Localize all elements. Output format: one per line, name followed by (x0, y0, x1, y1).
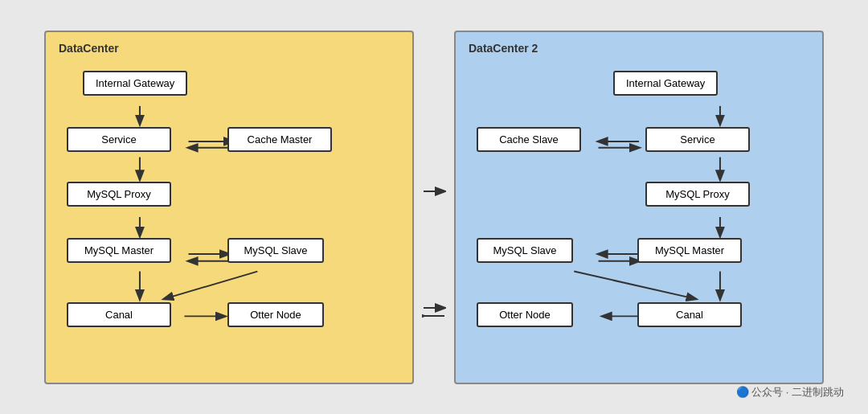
left-mysql-proxy: MySQL Proxy (67, 182, 171, 207)
right-inner: Internal Gateway Cache Slave Service MyS… (469, 63, 809, 370)
watermark: 🔵 公众号 · 二进制跳动 (736, 385, 844, 400)
datacenter-left-label: DataCenter (59, 42, 119, 55)
right-canal: Canal (637, 302, 742, 327)
inter-dc-arrows (422, 31, 446, 384)
svg-line-8 (164, 271, 257, 298)
left-otter-node: Otter Node (227, 302, 324, 327)
left-mysql-master: MySQL Master (67, 238, 171, 263)
datacenter-right-label: DataCenter 2 (469, 42, 538, 55)
datacenter-right: DataCenter 2 (454, 31, 824, 384)
svg-line-21 (574, 271, 695, 298)
right-cache-slave: Cache Slave (477, 127, 581, 152)
left-canal: Canal (67, 302, 171, 327)
right-gateway: Internal Gateway (613, 71, 718, 96)
left-cache-master: Cache Master (227, 127, 332, 152)
right-mysql-master: MySQL Master (637, 238, 742, 263)
right-service: Service (645, 127, 750, 152)
right-otter-node: Otter Node (477, 302, 573, 327)
left-inner: Internal Gateway Service Cache Master My… (59, 63, 399, 370)
diagram-container: DataCenter (0, 0, 868, 414)
right-mysql-proxy: MySQL Proxy (645, 182, 750, 207)
left-service: Service (67, 127, 171, 152)
right-mysql-slave: MySQL Slave (477, 238, 573, 263)
left-mysql-slave: MySQL Slave (227, 238, 324, 263)
left-gateway: Internal Gateway (83, 71, 187, 96)
datacenter-left: DataCenter (44, 31, 414, 384)
